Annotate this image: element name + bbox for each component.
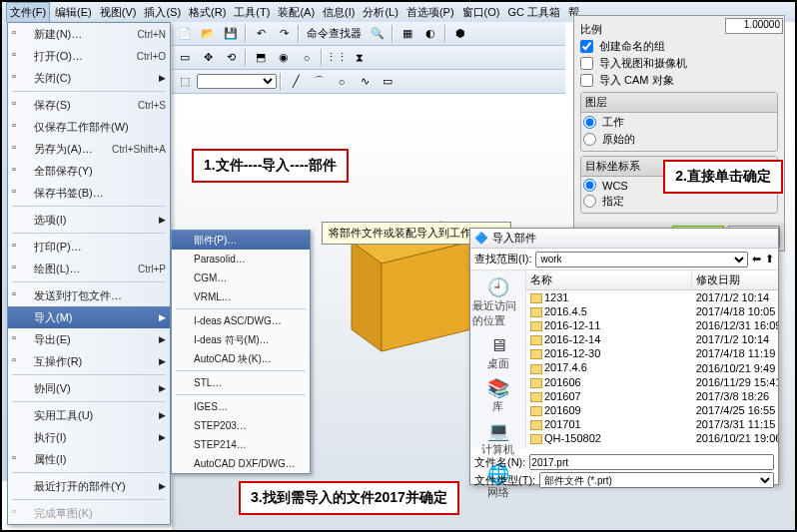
menu-3[interactable]: 插入(S) — [141, 3, 184, 22]
file-list[interactable]: 名称 修改日期 12312017/1/2 10:142016.4.52017/4… — [526, 270, 778, 448]
submenu-item[interactable]: AutoCAD 块(K)… — [172, 349, 310, 368]
revolve-icon[interactable]: ◉ — [273, 48, 295, 68]
search-icon[interactable]: 🔍 — [367, 24, 389, 44]
select-icon[interactable]: ▭ — [174, 48, 196, 68]
submenu-item[interactable]: IGES… — [172, 397, 310, 416]
submenu-item[interactable]: I-deas 符号(M)… — [172, 330, 310, 349]
chk-named-group[interactable] — [580, 40, 593, 53]
place-item[interactable]: 📚库 — [484, 375, 512, 416]
submenu-item[interactable]: CGM… — [172, 268, 310, 287]
up-icon[interactable]: ⬆ — [765, 253, 774, 266]
menuitem[interactable]: ▫另存为(A)…Ctrl+Shift+A — [8, 138, 170, 160]
submenu-item[interactable]: STEP214… — [172, 435, 310, 454]
sel-all-icon[interactable]: ⬚ — [174, 72, 196, 92]
tool-redo-icon[interactable]: ↷ — [273, 24, 295, 44]
submenu-item[interactable]: AutoCAD DXF/DWG… — [172, 454, 310, 473]
submenu-item[interactable]: STL… — [172, 373, 310, 392]
place-item[interactable]: 💻计算机 — [479, 418, 516, 459]
arc-icon[interactable]: ⌒ — [308, 72, 330, 92]
menuitem[interactable]: 选项(I)▶ — [8, 209, 170, 231]
menu-1[interactable]: 编辑(E) — [52, 3, 95, 22]
filetype-select[interactable]: 部件文件 (*.prt) — [539, 472, 774, 488]
tool-new-icon[interactable]: 📄 — [174, 24, 196, 44]
submenu-item[interactable]: STEP203… — [172, 416, 310, 435]
tool-open-icon[interactable]: 📂 — [197, 24, 219, 44]
menuitem[interactable]: 执行(I)▶ — [8, 426, 170, 448]
menuitem[interactable]: ▫打开(O)…Ctrl+O — [8, 45, 170, 67]
curve-icon[interactable]: ∿ — [354, 72, 376, 92]
tool-undo-icon[interactable]: ↶ — [250, 24, 272, 44]
menuitem[interactable]: ▫互操作(R)▶ — [8, 350, 170, 372]
file-row[interactable]: 2016072017/3/8 18:26 — [526, 389, 778, 403]
menuitem[interactable]: 最近打开的部件(Y)▶ — [8, 475, 170, 497]
file-row[interactable]: 2016-12-142017/1/2 10:14 — [526, 332, 778, 346]
file-row[interactable]: 2017012017/3/31 11:15 — [526, 417, 778, 431]
menuitem[interactable]: 导入(M)▶ — [8, 306, 170, 328]
ratio-value[interactable]: 1.00000 — [725, 18, 783, 34]
file-row[interactable]: 2016.4.52017/4/18 10:05 — [526, 304, 778, 318]
folder-select[interactable]: work — [535, 252, 748, 267]
file-row[interactable]: 2016-12-112016/12/31 16:09 — [526, 318, 778, 332]
menuitem[interactable]: ▫完成草图(K) — [8, 502, 170, 524]
rect-icon[interactable]: ▭ — [377, 72, 398, 92]
menuitem[interactable]: ▫新建(N)…Ctrl+N — [8, 23, 170, 45]
menuitem[interactable]: ▫仅保存工作部件(W) — [8, 116, 170, 138]
menu-10[interactable]: 窗口(O) — [459, 3, 503, 22]
mirror-icon[interactable]: ⧗ — [349, 48, 371, 68]
circle-icon[interactable]: ○ — [331, 72, 353, 92]
menuitem[interactable]: ▫导出(E)▶ — [8, 328, 170, 350]
menuitem[interactable]: ▫打印(P)… — [8, 236, 170, 258]
menu-5[interactable]: 工具(T) — [231, 3, 273, 22]
menuitem[interactable]: 协同(V)▶ — [8, 377, 170, 399]
menu-8[interactable]: 分析(L) — [360, 3, 400, 22]
menu-4[interactable]: 格式(R) — [186, 3, 229, 22]
back-icon[interactable]: ⬅ — [752, 253, 761, 266]
tool-cube-icon[interactable]: ▦ — [397, 24, 418, 44]
rotate-icon[interactable]: ⟲ — [220, 48, 242, 68]
submenu-item[interactable]: Parasolid… — [172, 250, 310, 268]
menuitem[interactable]: ▫保存(S)Ctrl+S — [8, 94, 170, 116]
menuitem[interactable]: ▫发送到打包文件… — [8, 284, 170, 306]
file-row[interactable]: 12312017/1/2 10:14 — [526, 290, 778, 305]
line-icon[interactable]: ╱ — [285, 72, 307, 92]
place-item[interactable]: 🕘最近访问的位置 — [470, 274, 525, 330]
menu-11[interactable]: GC 工具箱 — [504, 3, 563, 22]
extrude-icon[interactable]: ⬒ — [250, 48, 272, 68]
menuitem[interactable]: ▫属性(I) — [8, 448, 170, 470]
menu-2[interactable]: 视图(V) — [97, 3, 140, 22]
col-name[interactable]: 名称 — [526, 270, 692, 290]
menuitem[interactable]: ▫全部保存(Y) — [8, 160, 170, 182]
menu-0[interactable]: 文件(F) — [6, 2, 50, 23]
tool-shade-icon[interactable]: ◐ — [419, 24, 441, 44]
submenu-item[interactable]: I-deas ASC/DWG… — [172, 311, 310, 330]
chk-views[interactable] — [580, 57, 593, 70]
pattern-icon[interactable]: ⋮⋮ — [326, 48, 348, 68]
menu-9[interactable]: 首选项(P) — [403, 3, 457, 22]
chk-cam[interactable] — [580, 74, 593, 87]
menuitem[interactable]: ▫关闭(C)▶ — [8, 67, 170, 89]
tool-save-icon[interactable]: 💾 — [220, 24, 242, 44]
move-icon[interactable]: ✥ — [197, 48, 219, 68]
file-row[interactable]: QH-1508032015/10/19 17:20 — [526, 445, 778, 448]
col-date[interactable]: 修改日期 — [692, 270, 778, 290]
filter-select[interactable] — [197, 74, 277, 89]
place-item[interactable]: 🖥桌面 — [484, 332, 512, 373]
tool-misc-icon[interactable]: ⬢ — [449, 24, 471, 44]
submenu-item[interactable]: VRML… — [172, 287, 310, 306]
radio-work-layer[interactable] — [583, 116, 596, 129]
radio-wcs[interactable] — [583, 179, 596, 192]
submenu-item[interactable]: 部件(P)… — [172, 231, 310, 250]
radio-specify[interactable] — [583, 195, 596, 208]
hole-icon[interactable]: ○ — [296, 48, 318, 68]
radio-orig-layer[interactable] — [583, 133, 596, 146]
file-row[interactable]: 2016062016/11/29 15:41 — [526, 375, 778, 389]
file-row[interactable]: 2016092017/4/25 16:55 — [526, 403, 778, 417]
file-row[interactable]: QH-1508022016/10/21 19:06 — [526, 431, 778, 445]
menuitem[interactable]: 实用工具(U)▶ — [8, 404, 170, 426]
menuitem[interactable]: ▫绘图(L)…Ctrl+P — [8, 258, 170, 279]
file-row[interactable]: 2017.4.62016/10/21 9:49 — [526, 360, 778, 374]
menuitem[interactable]: ▫保存书签(B)… — [8, 182, 170, 204]
filename-input[interactable] — [529, 454, 774, 470]
file-row[interactable]: 2016-12-302017/4/18 11:19 — [526, 346, 778, 360]
menu-7[interactable]: 信息(I) — [320, 3, 358, 22]
